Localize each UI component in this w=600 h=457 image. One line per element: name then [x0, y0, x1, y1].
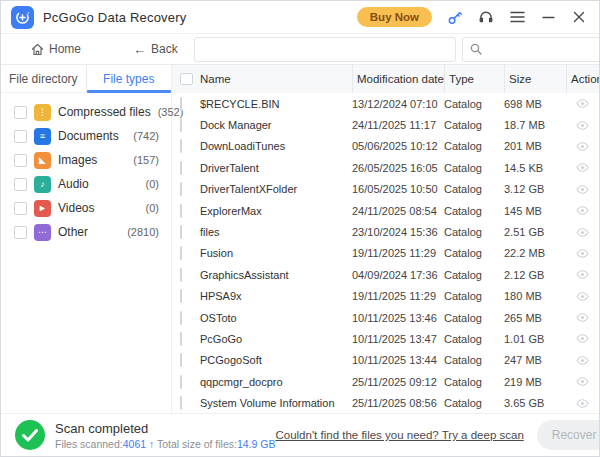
row-checkbox[interactable]	[180, 204, 182, 218]
minimize-icon[interactable]	[540, 9, 556, 25]
row-checkbox[interactable]	[180, 246, 182, 260]
row-name: GraphicsAssistant	[200, 269, 352, 281]
preview-eye-icon[interactable]	[576, 249, 589, 258]
search-box[interactable]	[462, 37, 600, 62]
row-checkbox[interactable]	[180, 225, 182, 239]
table-row[interactable]: files 23/10/2024 15:36 Catalog 2.51 GB	[172, 221, 599, 242]
row-checkbox[interactable]	[180, 396, 182, 410]
row-modification-date: 25/11/2025 08:56	[352, 397, 444, 409]
file-type-item[interactable]: ◣ Images (157)	[1, 148, 171, 172]
file-type-checkbox[interactable]	[14, 154, 27, 167]
file-type-item[interactable]: ≡ Documents (742)	[1, 124, 171, 148]
table-row[interactable]: PcGoGo 10/11/2025 13:47 Catalog 1.01 GB	[172, 328, 599, 349]
preview-eye-icon[interactable]	[576, 121, 589, 130]
menu-icon[interactable]	[509, 9, 525, 25]
row-modification-date: 23/10/2024 15:36	[352, 226, 444, 238]
row-checkbox[interactable]	[180, 311, 182, 325]
table-row[interactable]: Fusion 19/11/2025 11:29 Catalog 22.2 MB	[172, 243, 599, 264]
preview-eye-icon[interactable]	[576, 185, 589, 194]
table-row[interactable]: System Volume Information 25/11/2025 08:…	[172, 392, 599, 413]
preview-eye-icon[interactable]	[576, 142, 589, 151]
row-modification-date: 24/11/2025 11:17	[352, 119, 444, 131]
back-arrow-icon: ←	[133, 42, 146, 57]
row-name: files	[200, 226, 352, 238]
preview-eye-icon[interactable]	[576, 206, 589, 215]
home-button[interactable]: Home	[31, 42, 81, 56]
table-row[interactable]: PCGogoSoft 10/11/2025 13:44 Catalog 247 …	[172, 350, 599, 371]
preview-eye-icon[interactable]	[576, 313, 589, 322]
search-input[interactable]	[487, 43, 600, 55]
app-window: PcGoGo Data Recovery Buy Now	[1, 1, 599, 456]
table-row[interactable]: GraphicsAssistant 04/09/2024 17:36 Catal…	[172, 264, 599, 285]
file-type-item[interactable]: ⋯ Other (2810)	[1, 220, 171, 244]
file-type-checkbox[interactable]	[14, 130, 27, 143]
tab-file-types[interactable]: File types	[86, 65, 172, 92]
table-row[interactable]: DriverTalent 26/05/2025 16:05 Catalog 14…	[172, 157, 599, 178]
column-header-size[interactable]: Size	[504, 65, 566, 93]
back-button[interactable]: ← Back	[133, 42, 178, 57]
buy-now-button[interactable]: Buy Now	[357, 7, 432, 27]
preview-eye-icon[interactable]	[576, 377, 589, 386]
table-row[interactable]: DriverTalentXFolder 16/05/2025 10:50 Cat…	[172, 179, 599, 200]
preview-eye-icon[interactable]	[576, 228, 589, 237]
file-type-item[interactable]: ♪ Audio (0)	[1, 172, 171, 196]
row-checkbox[interactable]	[180, 97, 182, 111]
row-name: DriverTalentXFolder	[200, 183, 352, 195]
row-modification-date: 16/05/2025 10:50	[352, 183, 444, 195]
preview-eye-icon[interactable]	[576, 399, 589, 408]
preview-eye-icon[interactable]	[576, 356, 589, 365]
row-name: ExplorerMax	[200, 205, 352, 217]
row-checkbox[interactable]	[180, 332, 182, 346]
row-type: Catalog	[444, 119, 504, 131]
table-row[interactable]: ExplorerMax 24/11/2025 08:54 Catalog 145…	[172, 200, 599, 221]
row-size: 3.65 GB	[504, 397, 566, 409]
headset-icon[interactable]	[478, 9, 494, 25]
file-type-count: (2810)	[127, 226, 159, 238]
file-type-checkbox[interactable]	[14, 106, 27, 119]
row-checkbox[interactable]	[180, 375, 182, 389]
scan-status-details: Files scanned:4061 ↑ Total size of files…	[55, 438, 275, 450]
row-size: 180 MB	[504, 290, 566, 302]
column-header-type[interactable]: Type	[444, 65, 504, 93]
table-row[interactable]: Dock Manager 24/11/2025 11:17 Catalog 18…	[172, 114, 599, 135]
table-row[interactable]: $RECYCLE.BIN 13/12/2024 07:10 Catalog 69…	[172, 93, 599, 114]
preview-eye-icon[interactable]	[576, 163, 589, 172]
row-type: Catalog	[444, 226, 504, 238]
preview-eye-icon[interactable]	[576, 334, 589, 343]
preview-eye-icon[interactable]	[576, 292, 589, 301]
preview-eye-icon[interactable]	[576, 99, 589, 108]
row-checkbox[interactable]	[180, 118, 182, 132]
file-type-item[interactable]: ⋮ Compressed files (352)	[1, 100, 171, 124]
table-row[interactable]: DownLoadiTunes 05/06/2025 10:12 Catalog …	[172, 136, 599, 157]
table-row[interactable]: qqpcmgr_docpro 25/11/2025 09:12 Catalog …	[172, 371, 599, 392]
row-modification-date: 25/11/2025 09:12	[352, 376, 444, 388]
path-input[interactable]	[194, 37, 456, 62]
close-icon[interactable]	[571, 9, 587, 25]
preview-eye-icon[interactable]	[576, 270, 589, 279]
row-size: 1.01 GB	[504, 333, 566, 345]
scan-status-title: Scan completed	[55, 421, 275, 436]
file-type-count: (157)	[133, 154, 159, 166]
row-checkbox[interactable]	[180, 161, 182, 175]
column-header-action[interactable]: Action	[566, 65, 600, 93]
table-row[interactable]: OSToto 10/11/2025 13:46 Catalog 265 MB	[172, 307, 599, 328]
recover-now-button[interactable]: Recover now	[537, 420, 600, 450]
file-type-item[interactable]: ► Videos (0)	[1, 196, 171, 220]
table-row[interactable]: HPSA9x 19/11/2025 11:29 Catalog 180 MB	[172, 286, 599, 307]
row-checkbox[interactable]	[180, 289, 182, 303]
file-type-checkbox[interactable]	[14, 178, 27, 191]
row-checkbox[interactable]	[180, 268, 182, 282]
row-type: Catalog	[444, 140, 504, 152]
file-type-checkbox[interactable]	[14, 226, 27, 239]
column-header-name[interactable]: Name	[200, 65, 352, 93]
row-size: 201 MB	[504, 140, 566, 152]
column-header-date[interactable]: Modification date	[352, 65, 444, 93]
row-checkbox[interactable]	[180, 353, 182, 367]
row-checkbox[interactable]	[180, 182, 182, 196]
row-checkbox[interactable]	[180, 139, 182, 153]
key-icon[interactable]	[447, 9, 463, 25]
deep-scan-link[interactable]: Couldn't find the files you need? Try a …	[275, 429, 523, 441]
select-all-checkbox[interactable]	[180, 73, 193, 85]
tab-file-directory[interactable]: File directory	[1, 65, 86, 92]
file-type-checkbox[interactable]	[14, 202, 27, 215]
